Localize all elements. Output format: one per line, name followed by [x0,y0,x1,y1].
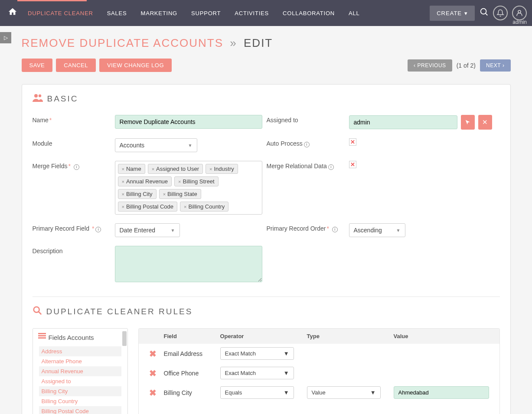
caret-down-icon: ▾ [464,10,468,16]
nav-sales[interactable]: SALES [101,2,133,24]
save-button[interactable]: SAVE [22,59,53,72]
nav-collaboration[interactable]: COLLABORATION [277,2,341,24]
info-icon[interactable]: i [74,164,79,170]
merge-tag[interactable]: ×Billing State [159,189,201,199]
scrollbar[interactable] [122,331,127,346]
current-user-label: admin [512,19,527,25]
assigned-to-clear-button[interactable]: ✕ [478,115,492,130]
primary-field-label: Primary Record Field *i [33,223,111,232]
assigned-to-select-button[interactable] [461,115,475,130]
nav-activities[interactable]: ACTIVITIES [228,2,275,24]
list-icon [38,333,46,342]
notifications-icon[interactable] [493,6,508,20]
remove-tag-icon[interactable]: × [122,204,124,209]
info-icon[interactable]: i [332,227,338,232]
rule-operator-select[interactable]: Exact Match▼ [220,347,294,360]
rule-type-select[interactable]: Value▼ [307,386,381,399]
merge-tag[interactable]: ×Billing Postal Code [118,202,178,212]
merge-relational-label: Merge Relational Datai [267,161,345,170]
nav-marketing[interactable]: MARKETING [135,2,183,24]
merge-relational-checkbox[interactable]: ✕ [349,161,356,168]
delete-rule-icon[interactable]: ✖ [142,349,164,359]
next-button[interactable]: NEXT › [480,59,511,72]
previous-button[interactable]: ‹ PREVIOUS [408,59,452,72]
chevron-left-icon: ‹ [414,62,416,68]
field-list-item[interactable]: Alternate Phone [39,356,121,366]
merge-tag[interactable]: ×Billing City [118,189,157,199]
remove-tag-icon[interactable]: × [178,179,181,184]
search-icon[interactable] [479,7,489,19]
caret-down-icon: ▼ [188,143,193,148]
module-label: Module [33,138,111,147]
remove-tag-icon[interactable]: × [163,192,166,197]
title-mode: EDIT [244,36,273,49]
description-label: Description [33,246,111,254]
auto-process-checkbox[interactable]: ✕ [349,138,356,146]
page-title: REMOVE DUPLICATE ACCOUNTS » EDIT [22,36,511,50]
remove-tag-icon[interactable]: × [122,179,124,184]
accent-bar [17,0,87,1]
col-operator: Operator [220,333,307,339]
field-list-item[interactable]: Billing Country [39,396,121,406]
primary-order-select[interactable]: Ascending▼ [349,223,405,237]
field-list-item[interactable]: Billing Postal Code [39,406,121,414]
expand-sidebar-icon[interactable]: ▷ [0,32,11,43]
action-row: SAVE CANCEL VIEW CHANGE LOG ‹ PREVIOUS (… [22,59,511,72]
remove-tag-icon[interactable]: × [209,166,212,172]
chevron-right-icon: › [503,62,505,68]
merge-fields-input[interactable]: ×Name×Assigned to User×Industry×Annual R… [115,161,262,215]
auto-process-label: Auto Processi [267,138,345,147]
delete-rule-icon[interactable]: ✖ [142,388,164,398]
divider [33,297,500,297]
nav-support[interactable]: SUPPORT [185,2,227,24]
rule-operator-select[interactable]: Equals▼ [220,386,294,399]
info-icon[interactable]: i [95,227,101,232]
assigned-to-input[interactable] [349,115,457,129]
primary-field-select[interactable]: Date Entered▼ [115,223,180,237]
name-input[interactable] [115,115,262,129]
info-icon[interactable]: i [304,142,310,147]
create-button[interactable]: CREATE ▾ [430,6,475,21]
rule-row: ✖Billing CityEquals▼Value▼ [139,383,499,402]
svg-point-3 [34,94,38,98]
nav-all[interactable]: ALL [343,2,366,24]
next-label: NEXT [486,62,501,68]
rule-field-label: Email Address [164,350,220,357]
create-label: CREATE [437,10,462,16]
description-input[interactable] [115,246,262,282]
merge-tag[interactable]: ×Assigned to User [148,164,203,174]
field-list-item[interactable]: Annual Revenue [39,366,121,376]
merge-tag[interactable]: ×Industry [206,164,238,174]
caret-down-icon: ▼ [396,228,401,233]
view-changelog-button[interactable]: VIEW CHANGE LOG [99,59,172,72]
field-list-item[interactable]: Address [39,346,121,356]
edit-panel: BASIC Name* Assigned to ✕ Module Account… [22,84,511,414]
nav-duplicate-cleaner[interactable]: DUPLICATE CLEANER [22,2,99,24]
merge-tag[interactable]: ×Name [118,164,145,174]
module-select[interactable]: Accounts▼ [115,138,197,152]
caret-down-icon: ▼ [171,228,175,233]
remove-tag-icon[interactable]: × [122,192,124,197]
cancel-button[interactable]: CANCEL [56,59,96,72]
rule-operator-select[interactable]: Exact Match▼ [220,367,294,379]
svg-rect-9 [38,337,46,339]
remove-tag-icon[interactable]: × [152,166,154,172]
remove-tag-icon[interactable]: × [122,166,124,172]
rule-row: ✖Office PhoneExact Match▼ [139,363,499,383]
merge-tag[interactable]: ×Billing Street [174,176,218,186]
info-icon[interactable]: i [328,164,334,170]
merge-tag[interactable]: ×Billing Country [180,202,228,212]
assigned-to-label: Assigned to [267,115,345,124]
home-icon[interactable] [5,4,20,22]
col-value: Value [394,333,496,339]
delete-rule-icon[interactable]: ✖ [142,368,164,378]
merge-tag[interactable]: ×Annual Revenue [118,176,172,186]
rule-value-input[interactable] [394,386,489,399]
field-list-item[interactable]: Assigned to [39,376,121,386]
user-icon[interactable] [512,6,527,20]
field-list-item[interactable]: Billing City [39,386,121,396]
rules-table: Field Operator Type Value ✖Email Address… [138,328,500,414]
fields-panel-title: Fields Accounts [49,334,94,341]
svg-line-1 [486,13,487,15]
remove-tag-icon[interactable]: × [184,204,186,209]
